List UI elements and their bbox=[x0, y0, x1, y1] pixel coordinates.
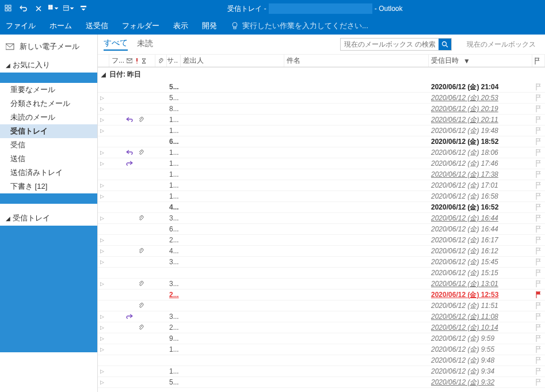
filter-unread[interactable]: 未読 bbox=[137, 39, 153, 50]
expand-cell[interactable]: ▷ bbox=[98, 325, 109, 330]
col-other[interactable]: サ.. bbox=[167, 55, 181, 67]
group-header-yesterday[interactable]: ◢ 日付: 昨日 bbox=[98, 67, 545, 82]
expand-cell[interactable]: ▷ bbox=[98, 336, 109, 341]
tab-view[interactable]: 表示 bbox=[173, 21, 188, 31]
expand-cell[interactable]: ▷ bbox=[98, 161, 109, 166]
flag-cell[interactable] bbox=[532, 248, 545, 254]
flag-cell[interactable] bbox=[532, 291, 545, 298]
tab-dev[interactable]: 開発 bbox=[202, 21, 217, 31]
message-row[interactable]: ▷1...2020/06/12 (金) 19:48 bbox=[98, 125, 545, 136]
new-mail-button[interactable]: 新しい電子メール bbox=[0, 38, 97, 55]
flag-cell[interactable] bbox=[532, 313, 545, 320]
flag-cell[interactable] bbox=[532, 160, 545, 167]
message-row[interactable]: ▷1...2020/06/12 (金) 20:11 bbox=[98, 115, 545, 125]
expand-cell[interactable]: ▷ bbox=[98, 128, 109, 134]
flag-cell[interactable] bbox=[532, 226, 545, 233]
tab-file[interactable]: ファイル bbox=[6, 21, 36, 31]
message-row[interactable]: 1...2020/06/12 (金) 17:38 bbox=[98, 169, 545, 180]
search-scope[interactable]: 現在のメールボックス bbox=[463, 40, 539, 50]
expand-cell[interactable]: ▷ bbox=[98, 379, 109, 385]
sidebar-item-8[interactable]: 下書き [12] bbox=[0, 180, 97, 193]
flag-cell[interactable] bbox=[532, 149, 545, 156]
sidebar-item-7[interactable]: 送信済みトレイ bbox=[0, 166, 97, 180]
column-headers[interactable]: フ... サ.. 差出人 件名 受信日時 ▼ bbox=[98, 55, 545, 67]
flag-cell[interactable] bbox=[532, 215, 545, 222]
message-row[interactable]: ▷3...2020/06/12 (金) 11:08 bbox=[98, 311, 545, 322]
message-row[interactable]: 2020/06/12 (金) 9:48 bbox=[98, 355, 545, 366]
filter-all[interactable]: すべて bbox=[104, 38, 128, 51]
flag-cell[interactable] bbox=[532, 204, 545, 211]
col-status[interactable]: フ... bbox=[109, 55, 155, 67]
message-row[interactable]: ▷5...2020/06/12 (金) 20:53 bbox=[98, 93, 545, 104]
flag-cell[interactable] bbox=[532, 346, 545, 353]
tab-home[interactable]: ホーム bbox=[49, 21, 72, 31]
flag-cell[interactable] bbox=[532, 335, 545, 342]
flag-cell[interactable] bbox=[532, 237, 545, 243]
flag-cell[interactable] bbox=[532, 171, 545, 178]
col-expand[interactable] bbox=[98, 55, 109, 67]
flag-cell[interactable] bbox=[532, 368, 545, 375]
flag-cell[interactable] bbox=[532, 302, 545, 309]
message-row[interactable]: ▷1...2020/06/12 (金) 17:46 bbox=[98, 158, 545, 169]
inbox-tree-header[interactable]: ◢ 受信トレイ bbox=[0, 208, 97, 226]
message-row[interactable]: 2020/06/12 (金) 15:15 bbox=[98, 268, 545, 279]
flag-cell[interactable] bbox=[532, 193, 545, 200]
message-row[interactable]: 4...2020/06/12 (金) 16:52 bbox=[98, 202, 545, 213]
expand-cell[interactable]: ▷ bbox=[98, 347, 109, 352]
grid-dropdown-icon[interactable] bbox=[48, 3, 59, 14]
search-box[interactable] bbox=[340, 38, 452, 51]
message-row[interactable]: 6...2020/06/12 (金) 16:44 bbox=[98, 224, 545, 235]
message-row[interactable]: ▷3...2020/06/12 (金) 13:01 bbox=[98, 279, 545, 290]
col-sender[interactable]: 差出人 bbox=[181, 55, 284, 67]
message-row[interactable]: ▷4...2020/06/12 (金) 16:12 bbox=[98, 246, 545, 257]
expand-cell[interactable]: ▷ bbox=[98, 150, 109, 155]
expand-cell[interactable]: ▷ bbox=[98, 215, 109, 221]
message-row[interactable]: ▷1...2020/06/12 (金) 9:55 bbox=[98, 344, 545, 355]
expand-cell[interactable]: ▷ bbox=[98, 237, 109, 243]
tab-folder[interactable]: フォルダー bbox=[122, 21, 159, 31]
message-row[interactable]: ▷9...2020/06/12 (金) 9:59 bbox=[98, 333, 545, 344]
expand-cell[interactable]: ▷ bbox=[98, 248, 109, 254]
undo-icon[interactable] bbox=[18, 3, 29, 14]
flag-cell[interactable] bbox=[532, 280, 545, 287]
flag-cell[interactable] bbox=[532, 324, 545, 331]
flag-cell[interactable] bbox=[532, 116, 545, 123]
expand-cell[interactable]: ▷ bbox=[98, 281, 109, 287]
message-row[interactable]: ▷3...2020/06/12 (金) 16:44 bbox=[98, 213, 545, 224]
account-node-redacted[interactable] bbox=[0, 226, 97, 352]
expand-cell[interactable]: ▷ bbox=[98, 368, 109, 374]
expand-cell[interactable]: ▷ bbox=[98, 106, 109, 112]
col-flag[interactable] bbox=[532, 55, 545, 67]
search-icon[interactable] bbox=[439, 39, 451, 50]
flag-cell[interactable] bbox=[532, 94, 545, 101]
expand-cell[interactable]: ▷ bbox=[98, 193, 109, 199]
expand-cell[interactable]: ▷ bbox=[98, 314, 109, 319]
sidebar-item-redacted[interactable] bbox=[0, 193, 97, 204]
message-row[interactable]: 2...2020/06/12 (金) 12:53 bbox=[98, 290, 545, 300]
expand-cell[interactable]: ▷ bbox=[98, 95, 109, 101]
delete-icon[interactable] bbox=[33, 3, 44, 14]
message-row[interactable]: ▷1...2020/06/12 (金) 18:06 bbox=[98, 147, 545, 158]
flag-cell[interactable] bbox=[532, 379, 545, 386]
flag-cell[interactable] bbox=[532, 258, 545, 265]
message-row[interactable]: 5...2020/06/12 (金) 21:04 bbox=[98, 82, 545, 93]
flag-cell[interactable] bbox=[532, 105, 545, 112]
favorites-header[interactable]: ◢ お気に入り bbox=[0, 55, 97, 73]
sidebar-item-1[interactable]: 重要なメール bbox=[0, 83, 97, 97]
sidebar-item-redacted[interactable] bbox=[0, 73, 97, 83]
message-row[interactable]: ▷1...2020/06/12 (金) 9:34 bbox=[98, 366, 545, 377]
sidebar-item-3[interactable]: 未読のメール bbox=[0, 111, 97, 124]
col-subject[interactable]: 件名 bbox=[284, 55, 429, 67]
col-attach[interactable] bbox=[155, 55, 167, 67]
message-row[interactable]: 6...2020/06/12 (金) 18:52 bbox=[98, 136, 545, 147]
message-row[interactable]: ▷1...2020/06/12 (金) 17:01 bbox=[98, 180, 545, 191]
expand-cell[interactable]: ▷ bbox=[98, 182, 109, 188]
flag-cell[interactable] bbox=[532, 138, 545, 145]
flag-cell[interactable] bbox=[532, 127, 545, 134]
message-row[interactable]: ▷8...2020/06/12 (金) 20:19 bbox=[98, 104, 545, 115]
archive-dropdown-icon[interactable] bbox=[63, 3, 74, 14]
flag-cell[interactable] bbox=[532, 269, 545, 276]
tab-sendrcv[interactable]: 送受信 bbox=[86, 21, 108, 31]
search-input[interactable] bbox=[341, 40, 439, 48]
customize-qat-icon[interactable] bbox=[78, 3, 89, 14]
